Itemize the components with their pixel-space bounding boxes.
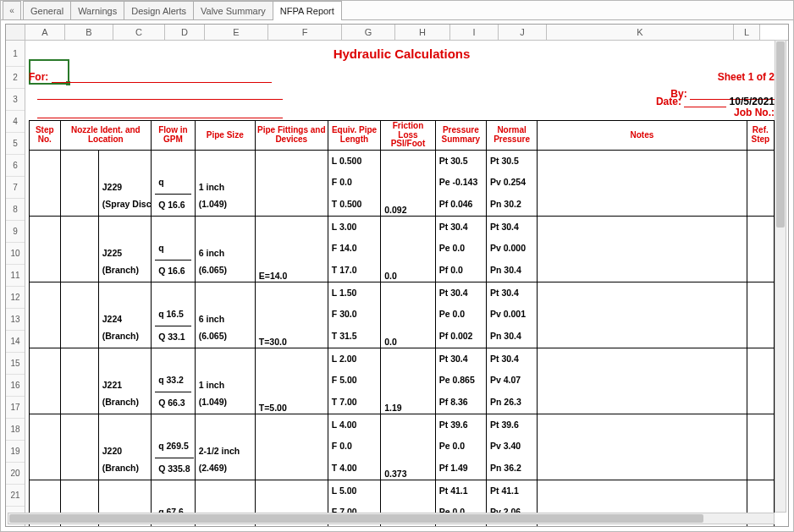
row-header-2[interactable]: 2 xyxy=(6,67,25,89)
jobno-label: Job No.: xyxy=(734,107,775,118)
tab-valve-summary[interactable]: Valve Summary xyxy=(193,1,273,19)
hdr-flow: Flow in GPM xyxy=(152,121,196,151)
hdr-notes: Notes xyxy=(538,121,747,151)
sheet-indicator: Sheet 1 of 2 xyxy=(718,71,775,83)
row-header-3[interactable]: 3 xyxy=(6,89,25,111)
row-header-17[interactable]: 17 xyxy=(6,397,25,419)
col-header-I[interactable]: I xyxy=(450,25,499,40)
hdr-ref: Ref. Step xyxy=(747,121,774,151)
report-title: Hydraulic Calculations xyxy=(29,44,775,66)
row-header-16[interactable]: 16 xyxy=(6,375,25,397)
table-row: J2256 inchE=14.0L 3.000.0Pt 30.4Pt 30.4 xyxy=(30,216,775,237)
row-header-13[interactable]: 13 xyxy=(6,309,25,331)
row-header-11[interactable]: 11 xyxy=(6,265,25,287)
col-header-A[interactable]: A xyxy=(25,25,65,40)
horizontal-scrollbar[interactable] xyxy=(8,513,775,524)
hdr-pipe: Pipe Size xyxy=(195,121,255,151)
col-header-D[interactable]: D xyxy=(165,25,205,40)
hdr-step: Step No. xyxy=(30,121,61,151)
col-header-E[interactable]: E xyxy=(205,25,268,40)
col-header-H[interactable]: H xyxy=(395,25,450,40)
col-header-G[interactable]: G xyxy=(342,25,395,40)
hydraulic-table: Step No. Nozzle Ident. and Location Flow… xyxy=(29,120,775,526)
row-header-18[interactable]: 18 xyxy=(6,419,25,441)
expand-toggle[interactable]: « xyxy=(3,1,21,19)
app-window: « GeneralWarningsDesign AlertsValve Summ… xyxy=(0,0,794,532)
hdr-friction: Friction Loss PSI/Foot xyxy=(381,121,436,151)
table-row: J2211 inchT=5.00L 2.001.19Pt 30.4Pt 30.4 xyxy=(30,348,775,369)
col-header-J[interactable]: J xyxy=(499,25,547,40)
tab-bar: « GeneralWarningsDesign AlertsValve Summ… xyxy=(1,1,793,20)
row-header-5[interactable]: 5 xyxy=(6,133,25,155)
col-header-C[interactable]: C xyxy=(113,25,165,40)
column-header-row: ABCDEFGHIJKL xyxy=(6,25,788,41)
hdr-length: Equiv. Pipe Length xyxy=(328,121,380,151)
col-header-L[interactable]: L xyxy=(734,25,760,40)
row-header-4[interactable]: 4 xyxy=(6,111,25,133)
for-blank xyxy=(52,72,272,83)
row-header-9[interactable]: 9 xyxy=(6,221,25,243)
vertical-scrollbar[interactable] xyxy=(775,40,786,513)
viewport: ABCDEFGHIJKL 123456789101112131415161718… xyxy=(2,20,792,530)
row-header-7[interactable]: 7 xyxy=(6,177,25,199)
date-label: Date: xyxy=(656,96,681,108)
report-body: Hydraulic Calculations For: Sheet 1 of 2 xyxy=(29,44,775,526)
table-row: J2246 inchT=30.0L 1.500.0Pt 30.4Pt 30.4 xyxy=(30,282,775,303)
col-header-B[interactable]: B xyxy=(65,25,113,40)
row-header-21[interactable]: 21 xyxy=(6,485,25,507)
row-header-column: 1234567891011121314151617181920212223 xyxy=(6,41,25,526)
row-header-19[interactable]: 19 xyxy=(6,441,25,463)
date-blank xyxy=(684,96,726,107)
horizontal-scrollbar-thumb[interactable] xyxy=(9,514,703,523)
table-row: J2103 inchE=7.00L 5.000.182Pt 41.1Pt 41.… xyxy=(30,480,775,501)
select-all-corner[interactable] xyxy=(6,25,25,40)
col-header-K[interactable]: K xyxy=(547,25,734,40)
row-header-1[interactable]: 1 xyxy=(6,41,25,67)
table-row: J2202-1/2 inchL 4.000.373Pt 39.6Pt 39.6 xyxy=(30,414,775,435)
row-header-12[interactable]: 12 xyxy=(6,287,25,309)
spreadsheet-frame: ABCDEFGHIJKL 123456789101112131415161718… xyxy=(5,24,789,527)
row-header-20[interactable]: 20 xyxy=(6,463,25,485)
tab-design-alerts[interactable]: Design Alerts xyxy=(124,1,194,19)
for-blank-2 xyxy=(37,89,283,100)
tab-nfpa-report[interactable]: NFPA Report xyxy=(273,1,342,19)
row-header-15[interactable]: 15 xyxy=(6,353,25,375)
hdr-nozzle: Nozzle Ident. and Location xyxy=(60,121,152,151)
for-label: For: xyxy=(29,71,48,83)
tab-general[interactable]: General xyxy=(23,1,71,19)
vertical-scrollbar-thumb[interactable] xyxy=(776,41,785,228)
row-header-10[interactable]: 10 xyxy=(6,243,25,265)
table-row: J2291 inchL 0.5000.092Pt 30.5Pt 30.5 xyxy=(30,150,775,171)
row-header-14[interactable]: 14 xyxy=(6,331,25,353)
table-header-row: Step No. Nozzle Ident. and Location Flow… xyxy=(30,121,775,151)
hdr-fittings: Pipe Fittings and Devices xyxy=(255,121,328,151)
row-header-6[interactable]: 6 xyxy=(6,155,25,177)
row-header-8[interactable]: 8 xyxy=(6,199,25,221)
for-blank-3 xyxy=(37,107,283,118)
col-header-F[interactable]: F xyxy=(268,25,342,40)
tab-warnings[interactable]: Warnings xyxy=(70,1,124,19)
hdr-pnormal: Normal Pressure xyxy=(486,121,537,151)
hdr-psummary: Pressure Summary xyxy=(435,121,486,151)
